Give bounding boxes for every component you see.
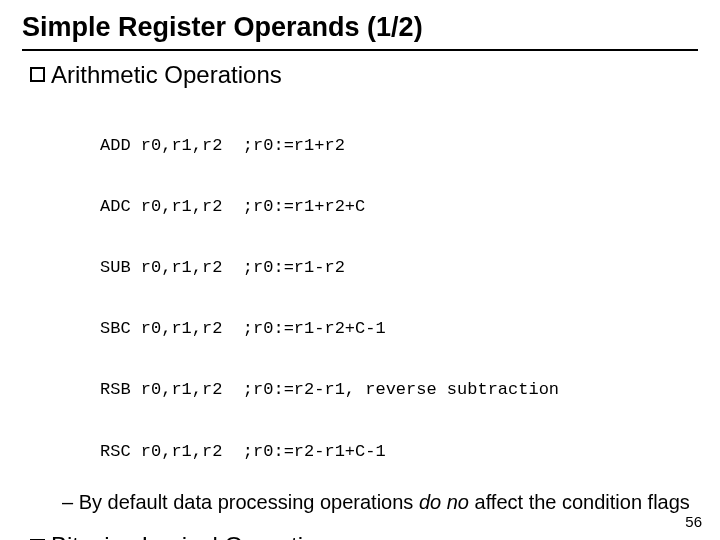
- code-line: SUB r0,r1,r2 ;r0:=r1-r2: [100, 258, 698, 278]
- section-arithmetic-heading: Arithmetic Operations: [30, 61, 698, 89]
- arithmetic-note: – By default data processing operations …: [62, 490, 698, 514]
- code-line: RSC r0,r1,r2 ;r0:=r2-r1+C-1: [100, 442, 698, 462]
- page-number: 56: [685, 513, 702, 530]
- bullet-square-icon: [30, 67, 45, 82]
- code-line: RSB r0,r1,r2 ;r0:=r2-r1, reverse subtrac…: [100, 380, 698, 400]
- code-line: SBC r0,r1,r2 ;r0:=r1-r2+C-1: [100, 319, 698, 339]
- slide-title: Simple Register Operands (1/2): [22, 12, 698, 51]
- section-arithmetic-heading-text: Arithmetic Operations: [51, 61, 282, 88]
- code-line: ADD r0,r1,r2 ;r0:=r1+r2: [100, 136, 698, 156]
- code-line: ADC r0,r1,r2 ;r0:=r1+r2+C: [100, 197, 698, 217]
- section-logical-heading: Bit-wise Logical Operations: [30, 532, 698, 540]
- note-text-suffix: affect the condition flags: [469, 491, 690, 513]
- arithmetic-code-block: ADD r0,r1,r2 ;r0:=r1+r2 ADC r0,r1,r2 ;r0…: [100, 95, 698, 482]
- note-text-em: do no: [419, 491, 469, 513]
- note-text-prefix: – By default data processing operations: [62, 491, 419, 513]
- section-logical-heading-text: Bit-wise Logical Operations: [51, 532, 342, 540]
